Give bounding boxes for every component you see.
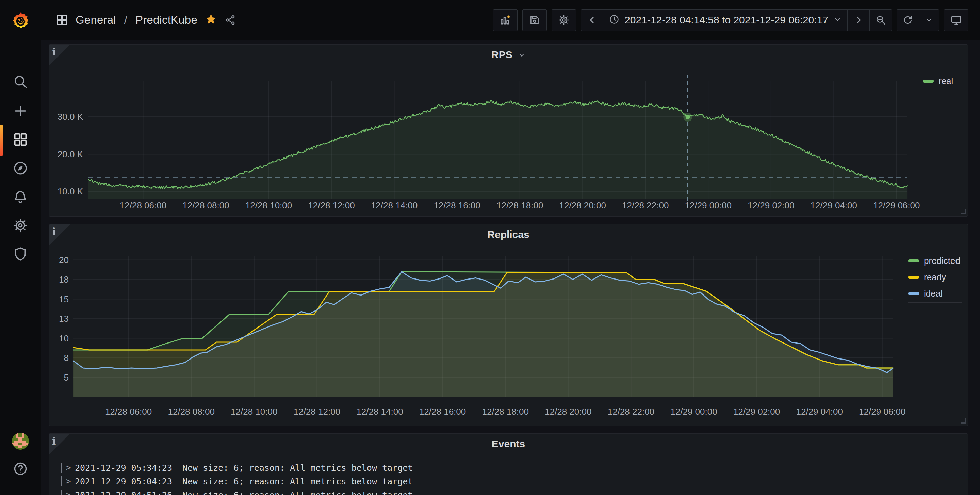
breadcrumb-section[interactable]: General bbox=[76, 14, 116, 27]
svg-text:12/28 16:00: 12/28 16:00 bbox=[419, 406, 466, 417]
cycle-view-mode-button[interactable] bbox=[944, 9, 969, 31]
replicas-chart[interactable]: 12/28 06:0012/28 08:0012/28 10:0012/28 1… bbox=[49, 224, 968, 425]
event-row[interactable]: >2021-12-29 05:04:23New size: 6; reason:… bbox=[60, 474, 956, 488]
svg-text:20.0 K: 20.0 K bbox=[57, 149, 83, 159]
sidebar-item-explore[interactable] bbox=[0, 154, 41, 183]
expand-row-icon[interactable]: > bbox=[66, 477, 75, 486]
sidebar-item-dashboards[interactable] bbox=[0, 126, 41, 154]
legend-label: predicted bbox=[924, 256, 960, 266]
share-icon[interactable] bbox=[224, 14, 236, 26]
sidebar-item-help[interactable] bbox=[0, 455, 41, 484]
plus-icon bbox=[13, 103, 28, 120]
svg-text:12/29 00:00: 12/29 00:00 bbox=[670, 406, 717, 417]
sidebar-item-configuration[interactable] bbox=[0, 212, 41, 240]
compass-icon bbox=[13, 160, 28, 177]
legend-item-real[interactable]: real bbox=[922, 74, 962, 90]
legend-swatch bbox=[908, 259, 919, 263]
time-range-label: 2021-12-28 04:14:58 to 2021-12-29 06:20:… bbox=[624, 14, 828, 26]
favorite-star-icon[interactable] bbox=[205, 13, 217, 27]
zoom-out-time-button[interactable] bbox=[869, 10, 891, 31]
svg-text:12/28 12:00: 12/28 12:00 bbox=[308, 200, 355, 210]
svg-text:10: 10 bbox=[59, 333, 69, 344]
breadcrumb-separator: / bbox=[124, 14, 127, 27]
chevron-down-icon bbox=[833, 15, 842, 25]
grafana-app: General / PredictKube 2021- bbox=[0, 0, 980, 495]
replicas-legend: predictedreadyideal bbox=[907, 254, 962, 302]
svg-text:12/28 14:00: 12/28 14:00 bbox=[371, 200, 417, 210]
legend-swatch bbox=[923, 80, 934, 83]
svg-text:10.0 K: 10.0 K bbox=[57, 186, 83, 196]
sidebar-item-server-admin[interactable] bbox=[0, 240, 41, 269]
svg-text:12/28 20:00: 12/28 20:00 bbox=[559, 200, 606, 210]
event-level-bar bbox=[60, 463, 62, 473]
navbar: General / PredictKube 2021- bbox=[41, 0, 980, 40]
event-timestamp: 2021-12-29 05:04:23 bbox=[75, 477, 172, 487]
legend-swatch bbox=[908, 292, 919, 295]
events-list: >2021-12-29 05:34:23New size: 6; reason:… bbox=[60, 461, 956, 495]
save-dashboard-button[interactable] bbox=[522, 9, 547, 31]
event-message: New size: 6; reason: All metrics below t… bbox=[182, 477, 413, 487]
panel-title-events[interactable]: Events bbox=[49, 438, 968, 450]
navbar-actions: 2021-12-28 04:14:58 to 2021-12-29 06:20:… bbox=[493, 9, 969, 31]
panel-resize-handle[interactable] bbox=[961, 209, 966, 215]
time-range-picker[interactable]: 2021-12-28 04:14:58 to 2021-12-29 06:20:… bbox=[603, 10, 847, 31]
dashboard-grid-icon bbox=[56, 14, 68, 26]
event-message: New size: 6; reason: All metrics below t… bbox=[182, 463, 413, 473]
svg-text:12/28 22:00: 12/28 22:00 bbox=[622, 200, 669, 210]
svg-text:12/28 22:00: 12/28 22:00 bbox=[608, 406, 654, 417]
svg-text:12/28 10:00: 12/28 10:00 bbox=[231, 406, 277, 417]
svg-text:12/28 06:00: 12/28 06:00 bbox=[105, 406, 152, 417]
add-panel-button[interactable] bbox=[493, 9, 517, 31]
svg-text:30.0 K: 30.0 K bbox=[57, 111, 83, 122]
legend-item-ideal[interactable]: ideal bbox=[907, 286, 962, 302]
svg-text:12/29 06:00: 12/29 06:00 bbox=[859, 406, 905, 417]
svg-text:12/28 12:00: 12/28 12:00 bbox=[294, 406, 340, 417]
active-indicator bbox=[0, 124, 3, 156]
legend-label: real bbox=[939, 76, 953, 86]
panel-resize-handle[interactable] bbox=[961, 419, 966, 424]
sidebar-item-search[interactable] bbox=[0, 68, 41, 97]
avatar bbox=[12, 433, 29, 450]
panel-rps: i RPS real 12/28 06:0012/28 08:0012/28 1… bbox=[49, 44, 968, 216]
rps-chart[interactable]: 12/28 06:0012/28 08:0012/28 10:0012/28 1… bbox=[49, 45, 968, 216]
legend-item-ready[interactable]: ready bbox=[907, 270, 962, 286]
svg-text:13: 13 bbox=[59, 314, 69, 324]
gear-icon bbox=[13, 218, 28, 234]
expand-row-icon[interactable]: > bbox=[66, 463, 75, 473]
panel-replicas: i Replicas predictedreadyideal 12/28 06:… bbox=[49, 224, 968, 426]
legend-label: ready bbox=[924, 272, 946, 283]
sidebar-item-profile[interactable] bbox=[0, 427, 41, 455]
svg-text:12/28 10:00: 12/28 10:00 bbox=[245, 200, 292, 210]
time-shift-forward-button[interactable] bbox=[847, 10, 869, 31]
legend-label: ideal bbox=[924, 288, 943, 299]
svg-text:12/29 02:00: 12/29 02:00 bbox=[733, 406, 780, 417]
svg-text:20: 20 bbox=[59, 255, 69, 265]
expand-row-icon[interactable]: > bbox=[66, 490, 75, 495]
event-row[interactable]: >2021-12-29 05:34:23New size: 6; reason:… bbox=[60, 461, 956, 474]
event-timestamp: 2021-12-29 05:34:23 bbox=[75, 463, 172, 473]
legend-swatch bbox=[908, 276, 919, 279]
legend-item-predicted[interactable]: predicted bbox=[907, 254, 962, 270]
svg-text:12/29 04:00: 12/29 04:00 bbox=[796, 406, 843, 417]
event-level-bar bbox=[60, 490, 62, 495]
help-icon bbox=[13, 461, 28, 478]
svg-text:12/29 02:00: 12/29 02:00 bbox=[748, 200, 794, 210]
panel-events: i Events >2021-12-29 05:34:23New size: 6… bbox=[49, 433, 968, 495]
time-range-controls: 2021-12-28 04:14:58 to 2021-12-29 06:20:… bbox=[581, 9, 892, 31]
dashboards-grid-icon bbox=[13, 132, 28, 149]
svg-text:8: 8 bbox=[64, 353, 69, 363]
grafana-logo-icon[interactable] bbox=[11, 11, 30, 32]
svg-text:12/28 20:00: 12/28 20:00 bbox=[545, 406, 592, 417]
time-shift-back-button[interactable] bbox=[581, 10, 603, 31]
svg-text:12/28 18:00: 12/28 18:00 bbox=[496, 200, 543, 210]
refresh-button[interactable] bbox=[897, 10, 919, 31]
dashboard-settings-button[interactable] bbox=[552, 9, 576, 31]
sidebar-item-alerting[interactable] bbox=[0, 183, 41, 212]
event-row[interactable]: >2021-12-29 04:51:26New size: 6; reason:… bbox=[60, 488, 956, 495]
sidebar-item-create[interactable] bbox=[0, 97, 41, 126]
event-level-bar bbox=[60, 476, 62, 487]
svg-text:12/28 16:00: 12/28 16:00 bbox=[434, 200, 480, 210]
svg-text:5: 5 bbox=[64, 372, 69, 383]
refresh-interval-dropdown[interactable] bbox=[919, 10, 939, 31]
breadcrumb-dashboard-name[interactable]: PredictKube bbox=[135, 14, 197, 27]
